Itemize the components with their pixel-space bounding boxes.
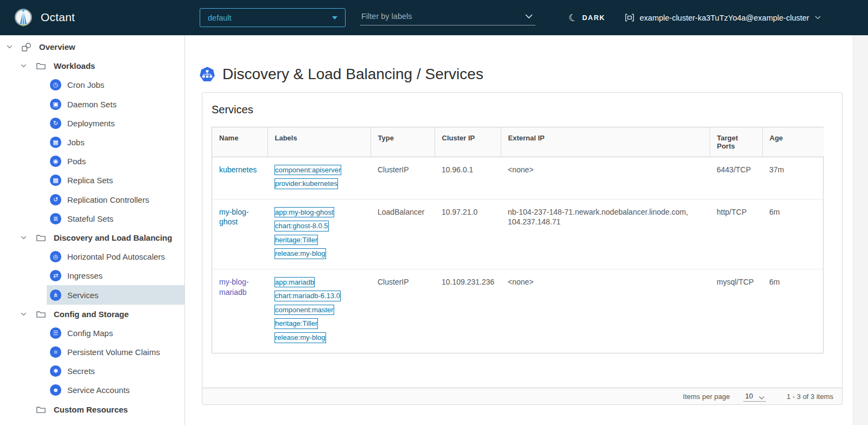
sidebar-item-label: Services <box>67 291 99 300</box>
services-heptagon-icon <box>200 67 215 82</box>
label-badge[interactable]: provider:kubernetes <box>275 178 338 189</box>
sidebar-item-label: Daemon Sets <box>67 100 117 109</box>
horizontal-pod-autoscalers-icon: ◎ <box>50 251 61 262</box>
octant-logo[interactable]: Octant <box>13 7 75 28</box>
folder-icon <box>36 404 46 415</box>
sidebar-item-service-accounts[interactable]: ☻Service Accounts <box>47 381 184 400</box>
label-badge[interactable]: app:my-blog-ghost <box>275 207 334 218</box>
namespace-selector[interactable]: default <box>200 8 346 27</box>
sidebar-item-label: Config Maps <box>67 329 113 338</box>
content-scrollbar[interactable] <box>853 35 868 425</box>
label-badge[interactable]: release:my-blog <box>275 248 326 259</box>
sidebar-item-jobs[interactable]: ▦Jobs <box>47 133 184 152</box>
sidebar-nav: OverviewWorkloads◷Cron Jobs▣Daemon Sets↻… <box>0 35 185 425</box>
label-badge[interactable]: component:apiserver <box>275 165 341 176</box>
label-badge[interactable]: heritage:Tiller <box>275 318 318 329</box>
app-name: Octant <box>41 11 75 24</box>
sidebar-item-overview[interactable]: Overview <box>0 37 184 56</box>
name-cell: kubernetes <box>212 157 267 199</box>
sidebar-item-label: Config and Storage <box>54 310 129 319</box>
sidebar-item-config-maps[interactable]: ☰Config Maps <box>47 324 184 343</box>
table-row: my-blog-mariadbapp:mariadbchart:mariadb-… <box>212 269 824 352</box>
ingresses-icon: ⇄ <box>50 270 61 281</box>
label-filter-input[interactable] <box>360 12 525 23</box>
label-badge[interactable]: chart:ghost-8.0.5 <box>275 221 329 231</box>
namespace-value: default <box>208 14 232 22</box>
name-cell: my-blog-ghost <box>212 199 267 269</box>
sidebar-item-label: Overview <box>39 42 75 51</box>
chevron-down-icon[interactable] <box>5 43 14 51</box>
external-ip-cell: <none> <box>501 157 710 199</box>
folder-icon <box>36 233 46 243</box>
octant-lighthouse-logo <box>13 7 34 28</box>
sidebar-item-ingresses[interactable]: ⇄Ingresses <box>47 266 184 285</box>
type-cell: ClusterIP <box>371 269 435 352</box>
label-badge[interactable]: chart:mariadb-6.13.0 <box>275 291 341 301</box>
page-title: Discovery & Load Balancing / Services <box>222 66 483 83</box>
age-cell: 6m <box>762 199 824 269</box>
column-header-external-ip: External IP <box>501 127 710 157</box>
sidebar-item-stateful-sets[interactable]: ≣Stateful Sets <box>47 209 184 228</box>
target-ports-cell: 6443/TCP <box>710 157 762 199</box>
sidebar-item-services[interactable]: ⋔Services <box>47 285 184 304</box>
sidebar-item-custom-resources[interactable]: Custom Resources <box>0 400 184 419</box>
sidebar-item-pods[interactable]: ◉Pods <box>47 152 184 171</box>
chevron-down-icon[interactable] <box>20 62 28 70</box>
sidebar-item-persistent-volume-claims[interactable]: ≡Persistent Volume Claims <box>47 343 184 362</box>
column-header-age: Age <box>762 127 824 157</box>
services-table: Name Labels Type Cluster IP External IP … <box>212 127 824 353</box>
chevron-down-icon[interactable] <box>525 14 533 19</box>
column-header-cluster-ip: Cluster IP <box>435 127 501 157</box>
sidebar-item-config-and-storage[interactable]: Config and Storage <box>0 305 184 324</box>
sidebar-item-daemon-sets[interactable]: ▣Daemon Sets <box>47 95 184 114</box>
config-maps-icon: ☰ <box>50 327 61 339</box>
column-header-target-ports: Target Ports <box>710 127 762 157</box>
cluster-icon <box>625 13 634 22</box>
deployments-icon: ↻ <box>50 118 61 129</box>
replica-sets-icon: ▩ <box>50 175 61 186</box>
sidebar-item-cron-jobs[interactable]: ◷Cron Jobs <box>47 75 184 94</box>
sidebar-item-discovery-and-load-balancing[interactable]: Discovery and Load Balancing <box>0 228 184 247</box>
cron-jobs-icon: ◷ <box>50 79 61 91</box>
objects-icon <box>21 42 32 53</box>
sidebar-item-label: Stateful Sets <box>67 214 113 223</box>
replication-controllers-icon: ↺ <box>50 194 61 205</box>
service-link[interactable]: my-blog-ghost <box>219 208 248 227</box>
context-selector[interactable]: example-cluster-ka3TuTzYo4a@example-clus… <box>625 0 821 35</box>
column-header-labels: Labels <box>267 127 371 157</box>
chevron-down-icon <box>758 394 765 402</box>
page-size-selector[interactable]: 10 <box>743 391 766 402</box>
pagination-bar: Items per page 10 1 - 3 of 3 items <box>202 388 842 404</box>
service-link[interactable]: my-blog-mariadb <box>219 278 248 297</box>
chevron-down-icon <box>815 16 821 20</box>
folder-icon <box>36 309 46 319</box>
sidebar-item-horizontal-pod-autoscalers[interactable]: ◎Horizontal Pod Autoscalers <box>47 247 184 266</box>
page-header: Discovery & Load Balancing / Services <box>200 55 853 93</box>
label-badge[interactable]: heritage:Tiller <box>275 235 318 246</box>
label-badge[interactable]: component:master <box>275 305 334 315</box>
sidebar-item-workloads[interactable]: Workloads <box>0 56 184 75</box>
sidebar-item-replica-sets[interactable]: ▩Replica Sets <box>47 171 184 190</box>
external-ip-cell: <none> <box>501 269 710 352</box>
sidebar-item-label: Persistent Volume Claims <box>67 347 160 357</box>
sidebar-item-deployments[interactable]: ↻Deployments <box>47 114 184 133</box>
type-cell: LoadBalancer <box>371 199 435 269</box>
column-header-type: Type <box>371 127 435 157</box>
sidebar-item-label: Cron Jobs <box>67 80 104 89</box>
service-link[interactable]: kubernetes <box>219 165 257 174</box>
theme-toggle[interactable]: ☾ DARK <box>569 0 605 35</box>
target-ports-cell: http/TCP <box>710 199 762 269</box>
sidebar-item-replication-controllers[interactable]: ↺Replication Controllers <box>47 190 184 209</box>
label-badge[interactable]: release:my-blog <box>275 332 326 343</box>
age-cell: 6m <box>762 269 824 352</box>
name-cell: my-blog-mariadb <box>212 269 267 352</box>
chevron-down-icon[interactable] <box>20 233 28 242</box>
sidebar-item-label: Workloads <box>54 61 95 70</box>
sidebar-item-secrets[interactable]: ✱Secrets <box>47 362 184 381</box>
pagination-range: 1 - 3 of 3 items <box>787 392 833 401</box>
cluster-ip-cell: 10.97.21.0 <box>435 199 501 269</box>
cluster-ip-cell: 10.96.0.1 <box>435 157 501 199</box>
label-badge[interactable]: app:mariadb <box>275 277 315 288</box>
labels-cell: app:mariadbchart:mariadb-6.13.0component… <box>267 269 371 352</box>
chevron-down-icon[interactable] <box>20 310 28 318</box>
